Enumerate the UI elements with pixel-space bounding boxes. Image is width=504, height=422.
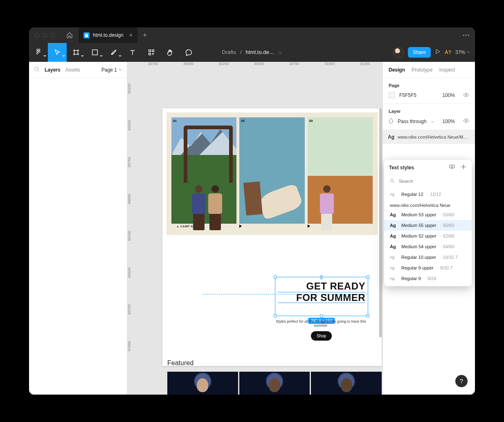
svg-rect-3 (37, 49, 38, 50)
resize-handle[interactable] (367, 276, 369, 278)
svg-rect-7 (38, 51, 40, 52)
visibility-icon[interactable] (459, 92, 469, 99)
blend-mode[interactable]: Pass through (398, 119, 427, 124)
text-tool[interactable] (123, 43, 142, 62)
layers-tab[interactable]: Layers (45, 67, 61, 73)
ag-icon: Ag (390, 276, 397, 281)
window-controls[interactable] (29, 27, 61, 43)
new-tab-button[interactable]: + (137, 27, 152, 43)
svg-rect-5 (37, 52, 38, 54)
card-number: 03 (309, 119, 313, 123)
svg-rect-8 (92, 49, 98, 55)
selected-text-style-row[interactable]: Ag www.nike.com/Helvetica Neue/M… (383, 130, 475, 144)
resize-handle[interactable] (274, 314, 277, 317)
featured-image (239, 372, 310, 395)
text-style-item[interactable]: AgMedium 54 upper · 54/60 (384, 241, 472, 252)
style-name: Regular 12 (401, 192, 423, 197)
svg-rect-10 (149, 49, 151, 52)
ag-icon: Ag (390, 255, 397, 259)
resources-tool[interactable] (142, 43, 161, 62)
help-button[interactable]: ? (455, 375, 468, 387)
shape-tool[interactable] (86, 43, 104, 62)
banner-card-2: 02 (239, 117, 304, 230)
text-style-item[interactable]: AgRegular 9 · 9/24 (384, 273, 472, 284)
comment-tool[interactable] (180, 43, 198, 62)
layer-section: Layer Pass through 100% (383, 104, 475, 130)
missing-fonts-badge[interactable]: A? (445, 49, 451, 55)
artboard[interactable]: 01 ▲ CAMP NIKE 02 (162, 108, 382, 366)
breadcrumb-sep: / (240, 49, 242, 55)
page-selector[interactable]: Page 1 (101, 67, 122, 73)
headline-line2[interactable]: FOR SUMMER (278, 292, 365, 303)
svg-rect-12 (149, 53, 151, 55)
overflow-menu[interactable] (457, 27, 475, 43)
text-style-item[interactable]: AgRegular 10 upper · 10/32.7 (384, 252, 472, 263)
color-swatch[interactable] (389, 92, 395, 99)
svg-rect-6 (38, 49, 40, 50)
text-style-item[interactable]: AgRegular 9 upper · 9/32.7 (384, 263, 472, 273)
canvas[interactable]: 29750300003025030500307503100031250 6525… (127, 62, 382, 395)
layer-opacity[interactable]: 100% (442, 119, 455, 124)
tab-inspect[interactable]: Inspect (439, 67, 455, 73)
breadcrumb-folder[interactable]: Drafts (222, 49, 236, 55)
style-meta: · 12/12 (428, 192, 441, 197)
breadcrumb-file[interactable]: html.to.de… (246, 49, 274, 55)
present-button[interactable] (435, 49, 441, 56)
svg-point-16 (391, 179, 394, 182)
subheading: Styles perfect for all the things you're… (269, 319, 373, 328)
frame-tool[interactable] (67, 43, 86, 62)
breadcrumb[interactable]: Drafts / html.to.de… (222, 49, 282, 55)
min-dot[interactable] (43, 33, 47, 38)
toolbar: Drafts / html.to.de… Share A? 37% (29, 43, 475, 62)
text-style-item[interactable]: AgRegular 12 · 12/12 (384, 189, 472, 200)
resize-handle[interactable] (320, 314, 323, 317)
close-dot[interactable] (35, 33, 39, 38)
text-style-item[interactable]: AgMedium 55 upper · 55/60 (384, 220, 472, 231)
resize-handle[interactable] (320, 276, 323, 278)
zoom-control[interactable]: 37% (455, 49, 470, 55)
text-style-item[interactable]: AgMedium 53 upper · 53/60 (384, 209, 472, 220)
hand-tool[interactable] (161, 43, 180, 62)
style-search-input[interactable] (389, 177, 467, 186)
chevron-down-icon[interactable] (279, 49, 282, 55)
resize-handle[interactable] (367, 314, 369, 317)
shop-button[interactable]: Shop (311, 331, 332, 341)
svg-point-15 (466, 120, 467, 121)
style-group-header: www.nike.com/Helvetica Neue (384, 200, 472, 209)
pen-tool[interactable] (104, 43, 123, 62)
featured-image (311, 372, 382, 395)
banner-card-1: 01 ▲ CAMP NIKE (171, 117, 236, 230)
svg-rect-11 (152, 49, 154, 52)
text-styles-popover: Text styles AgRegular 12 · 12/12 www.nik… (384, 160, 472, 286)
home-tab[interactable] (61, 27, 79, 43)
tab-design[interactable]: Design (389, 67, 405, 73)
move-tool[interactable] (48, 43, 67, 62)
file-tab-label: html.to.design (93, 32, 124, 38)
main-menu-button[interactable] (29, 43, 48, 62)
style-name: Medium 53 upper (401, 212, 436, 217)
share-button[interactable]: Share (408, 47, 431, 58)
text-style-item[interactable]: AgMedium 52 upper · 52/60 (384, 231, 472, 241)
headline-line1[interactable]: GET READY (278, 281, 365, 292)
selection-box[interactable]: GET READY FOR SUMMER 380.8 × 152 (275, 277, 368, 316)
close-icon[interactable]: × (129, 32, 133, 38)
chevron-down-icon[interactable] (431, 119, 434, 124)
page-opacity[interactable]: 100% (442, 92, 455, 98)
ruler-vertical: 6525065500657506600066250665006675067000 (127, 70, 135, 395)
style-name: Regular 9 upper (401, 265, 434, 270)
style-meta: · 9/32.7 (438, 265, 453, 270)
max-dot[interactable] (50, 33, 55, 38)
canvas-scrollbar[interactable] (379, 108, 382, 337)
library-icon[interactable] (449, 164, 455, 171)
search-icon[interactable] (34, 66, 40, 74)
avatar[interactable] (393, 47, 404, 58)
file-tab[interactable]: html.to.design × (79, 27, 137, 43)
page-color-hex[interactable]: F5F5F5 (399, 92, 416, 98)
ag-icon: Ag (390, 233, 397, 238)
blend-icon (389, 118, 394, 125)
visibility-icon[interactable] (459, 118, 469, 124)
tab-prototype[interactable]: Prototype (412, 67, 432, 73)
add-style-button[interactable] (460, 164, 467, 171)
resize-handle[interactable] (274, 276, 277, 278)
assets-tab[interactable]: Assets (65, 67, 80, 73)
